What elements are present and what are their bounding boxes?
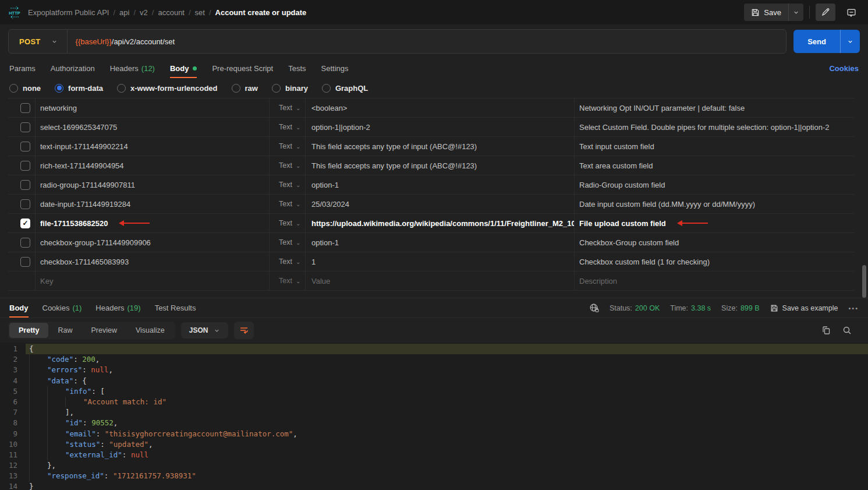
- tab-body[interactable]: Body: [170, 59, 197, 77]
- code-line[interactable]: 14}: [0, 481, 868, 490]
- type-cell[interactable]: Text⌄: [269, 118, 305, 136]
- wrap-lines-button[interactable]: [234, 322, 254, 339]
- key-cell[interactable]: checkbox-group-1711449909906: [35, 233, 269, 252]
- key-cell[interactable]: select-1699625347075: [35, 118, 269, 136]
- key-cell[interactable]: checkbox-1711465083993: [35, 252, 269, 271]
- row-checkbox[interactable]: [20, 161, 30, 171]
- value-cell[interactable]: option-1: [305, 233, 574, 252]
- description-cell[interactable]: Text input custom field: [574, 137, 854, 156]
- type-cell[interactable]: Text⌄: [269, 98, 305, 117]
- row-checkbox[interactable]: [20, 103, 30, 113]
- tab-authorization[interactable]: Authorization: [51, 59, 95, 77]
- method-selector[interactable]: POST: [9, 30, 68, 53]
- view-tab-visualize[interactable]: Visualize: [126, 323, 174, 338]
- breadcrumb-item[interactable]: Expoplatform Public API: [28, 8, 109, 17]
- code-line[interactable]: 12},: [0, 460, 868, 471]
- value-cell[interactable]: 1: [305, 252, 574, 271]
- search-response-button[interactable]: [842, 326, 852, 335]
- size-badge[interactable]: Size: 899 B: [721, 304, 759, 312]
- comments-button[interactable]: [841, 3, 861, 21]
- description-cell[interactable]: Description: [574, 272, 854, 290]
- description-cell[interactable]: Networking Opt IN/OUT parameter | defaul…: [574, 98, 854, 117]
- value-cell[interactable]: Value: [305, 272, 574, 290]
- description-cell[interactable]: Text area custom field: [574, 156, 854, 175]
- description-cell[interactable]: Checkbox custom field (1 for checking): [574, 252, 854, 271]
- row-checkbox[interactable]: [20, 238, 30, 248]
- value-cell[interactable]: This field accepts any type of input (AB…: [305, 137, 574, 156]
- breadcrumb-item[interactable]: v2: [140, 8, 148, 17]
- response-body-editor[interactable]: 1{2"code": 200,3"errors": null,4"data": …: [0, 343, 868, 490]
- response-tab-headers[interactable]: Headers(19): [95, 299, 140, 317]
- key-cell[interactable]: date-input-1711449919284: [35, 195, 269, 213]
- type-cell[interactable]: Text⌄: [269, 175, 305, 194]
- code-line[interactable]: 2"code": 200,: [0, 354, 868, 365]
- view-tab-preview[interactable]: Preview: [82, 323, 126, 338]
- type-cell[interactable]: Text⌄: [269, 252, 305, 271]
- tab-headers[interactable]: Headers(12): [110, 59, 155, 77]
- body-mode-binary[interactable]: binary: [272, 84, 308, 93]
- body-mode-none[interactable]: none: [9, 84, 41, 93]
- send-button[interactable]: Send: [793, 30, 840, 53]
- value-cell[interactable]: This field accepts any type of input (AB…: [305, 156, 574, 175]
- response-tab-cookies[interactable]: Cookies(1): [42, 299, 82, 317]
- code-line[interactable]: 7],: [0, 407, 868, 418]
- type-cell[interactable]: Text⌄: [269, 233, 305, 252]
- status-badge[interactable]: Status: 200 OK: [610, 304, 660, 312]
- type-cell[interactable]: Text⌄: [269, 272, 305, 290]
- row-checkbox[interactable]: [20, 122, 30, 132]
- tab-tests[interactable]: Tests: [288, 59, 306, 77]
- description-cell[interactable]: File upload custom field: [574, 214, 854, 232]
- code-line[interactable]: 3"errors": null,: [0, 365, 868, 375]
- value-cell[interactable]: 25/03/2024: [305, 195, 574, 213]
- vertical-scrollbar[interactable]: [862, 265, 866, 298]
- url-input[interactable]: {{baseUrl}}/api/v2/account/set: [68, 37, 183, 46]
- save-as-example-button[interactable]: Save as example: [770, 304, 838, 312]
- value-cell[interactable]: <boolean>: [305, 98, 574, 117]
- code-line[interactable]: 8"id": 90552,: [0, 418, 868, 428]
- code-line[interactable]: 10"status": "updated",: [0, 439, 868, 450]
- format-selector[interactable]: JSON: [181, 322, 229, 339]
- code-line[interactable]: 13"response_id": "1712161757.938931": [0, 471, 868, 481]
- save-options-button[interactable]: [788, 3, 803, 21]
- type-cell[interactable]: Text⌄: [269, 195, 305, 213]
- code-line[interactable]: 6"Account match: id": [0, 397, 868, 407]
- body-mode-graphql[interactable]: GraphQL: [322, 84, 368, 93]
- edit-request-button[interactable]: [816, 3, 835, 21]
- key-cell[interactable]: rich-text-1711449904954: [35, 156, 269, 175]
- value-cell[interactable]: option-1: [305, 175, 574, 194]
- type-cell[interactable]: Text⌄: [269, 137, 305, 156]
- code-line[interactable]: 9"email": "thisisyghorcreatingaccount@ma…: [0, 429, 868, 439]
- body-mode-x-www-form-urlencoded[interactable]: x-www-form-urlencoded: [117, 84, 218, 93]
- body-mode-form-data[interactable]: form-data: [55, 84, 103, 93]
- key-cell[interactable]: Key: [35, 272, 269, 290]
- time-badge[interactable]: Time: 3.38 s: [670, 304, 711, 312]
- view-tab-raw[interactable]: Raw: [48, 323, 82, 338]
- key-cell[interactable]: radio-group-1711449907811: [35, 175, 269, 194]
- row-checkbox[interactable]: [20, 257, 30, 267]
- response-tab-body[interactable]: Body: [9, 299, 29, 317]
- copy-response-button[interactable]: [821, 326, 831, 335]
- breadcrumb-item[interactable]: set: [195, 8, 205, 17]
- row-checkbox[interactable]: [20, 199, 30, 209]
- send-options-button[interactable]: [840, 30, 860, 53]
- cookies-link[interactable]: Cookies: [829, 64, 859, 73]
- description-cell[interactable]: Date input custom field (dd.MM.yyyy or d…: [574, 195, 854, 213]
- key-cell[interactable]: networking: [35, 98, 269, 117]
- description-cell[interactable]: Radio-Group custom field: [574, 175, 854, 194]
- more-options-button[interactable]: •••: [848, 305, 859, 312]
- code-line[interactable]: 4"data": {: [0, 376, 868, 386]
- tab-settings[interactable]: Settings: [321, 59, 349, 77]
- description-cell[interactable]: Checkbox-Group custom field: [574, 233, 854, 252]
- code-line[interactable]: 11"external_id": null: [0, 450, 868, 460]
- breadcrumb-item[interactable]: account: [158, 8, 185, 17]
- key-cell[interactable]: text-input-1711449902214: [35, 137, 269, 156]
- breadcrumb-item[interactable]: api: [119, 8, 129, 17]
- response-tab-test-results[interactable]: Test Results: [155, 299, 196, 317]
- row-checkbox[interactable]: [20, 142, 30, 151]
- type-cell[interactable]: Text⌄: [269, 156, 305, 175]
- code-line[interactable]: 5"info": [: [0, 386, 868, 397]
- tab-params[interactable]: Params: [9, 59, 36, 77]
- tab-pre-request-script[interactable]: Pre-request Script: [212, 59, 273, 77]
- key-cell[interactable]: file-1711538682520: [35, 214, 269, 232]
- row-checkbox[interactable]: ✓: [20, 218, 30, 228]
